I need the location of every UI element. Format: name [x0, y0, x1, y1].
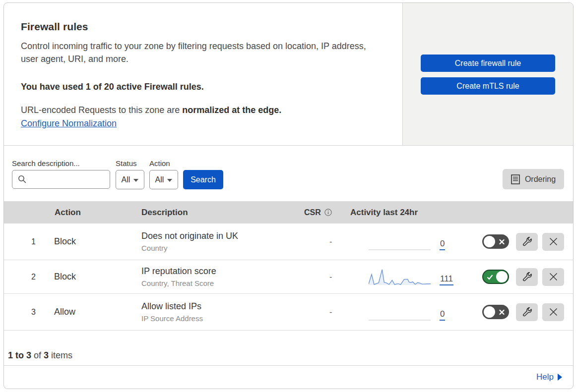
rule-description-title: Allow listed IPs: [141, 301, 304, 312]
table-body: 1BlockDoes not originate in UKCountry-02…: [4, 224, 573, 331]
normalization-note-bold: normalized at the edge.: [182, 105, 281, 115]
activity-sparkline-empty: [369, 227, 431, 250]
rule-csr: -: [304, 273, 350, 281]
sparkline-wrap: [369, 263, 431, 285]
ordering-button-label: Ordering: [525, 175, 556, 184]
delete-rule-button[interactable]: [542, 268, 564, 286]
rule-action: Block: [36, 272, 92, 282]
header-activity: Activity last 24hr: [350, 208, 471, 218]
search-button[interactable]: Search: [183, 170, 223, 189]
chevron-down-icon: [167, 179, 172, 182]
wrench-icon: [522, 307, 532, 317]
normalization-note: URL-encoded Requests to this zone are no…: [21, 105, 384, 115]
items-count-suffix: items: [49, 350, 72, 360]
activity-sparkline: [369, 263, 431, 285]
rule-activity: 0: [350, 298, 471, 321]
configure-normalization-link[interactable]: Configure Normalization: [21, 118, 117, 128]
ordering-list-icon: [511, 174, 520, 184]
close-icon: [549, 308, 558, 316]
header-csr-label: CSR: [304, 208, 321, 217]
rule-disabled-toggle[interactable]: [482, 305, 509, 319]
items-count-range: 1 to 3: [8, 350, 31, 360]
rule-description: Allow listed IPsIP Source Address: [92, 301, 304, 323]
header-action: Action: [36, 208, 92, 218]
edit-rule-button[interactable]: [516, 233, 538, 251]
rule-activity: 111: [350, 263, 471, 285]
header-csr: CSR: [304, 208, 350, 217]
table-header-row: Action Description CSR Activity last 24h…: [4, 201, 573, 224]
ordering-button[interactable]: Ordering: [503, 169, 564, 189]
activity-count-link[interactable]: 0: [440, 239, 445, 250]
search-box: [12, 170, 110, 189]
filter-bar: Search description... Status All Action …: [4, 146, 573, 201]
info-icon[interactable]: [324, 209, 332, 216]
rule-priority: 3: [4, 308, 36, 317]
wrench-icon: [522, 237, 532, 247]
delete-rule-button[interactable]: [542, 233, 564, 251]
items-count-total: 3: [44, 350, 49, 360]
rule-description-title: IP reputation score: [141, 266, 304, 277]
rule-row: 2BlockIP reputation scoreCountry, Threat…: [4, 260, 573, 294]
page-description: Control incoming traffic to your zone by…: [21, 40, 374, 65]
rule-action: Block: [36, 236, 92, 247]
items-count: 1 to 3 of 3 items: [4, 331, 573, 365]
status-dropdown[interactable]: All: [116, 170, 144, 189]
action-label: Action: [149, 159, 178, 167]
rule-description: Does not originate in UKCountry: [92, 231, 304, 253]
header-description: Description: [92, 208, 304, 218]
search-label: Search description...: [12, 159, 110, 167]
rule-csr: -: [304, 308, 350, 317]
toggle-knob: [484, 236, 495, 247]
action-field: Action All: [149, 159, 178, 189]
activity-sparkline-empty: [369, 298, 431, 321]
rules-table: Action Description CSR Activity last 24h…: [4, 201, 573, 331]
x-icon: [499, 238, 505, 245]
toggle-knob: [484, 306, 495, 318]
rule-description: IP reputation scoreCountry, Threat Score: [92, 266, 304, 288]
create-firewall-rule-button[interactable]: Create firewall rule: [421, 55, 555, 72]
sparkline-wrap: [369, 227, 431, 250]
page-title: Firewall rules: [21, 21, 384, 33]
activity-count-link[interactable]: 111: [440, 275, 453, 285]
edit-rule-button[interactable]: [516, 303, 538, 321]
search-field: Search description...: [12, 159, 110, 189]
sparkline-wrap: [369, 298, 431, 321]
intro-panel: Firewall rules Control incoming traffic …: [4, 3, 403, 145]
action-dropdown[interactable]: All: [149, 170, 178, 189]
rule-csr: -: [304, 237, 350, 246]
rule-priority: 1: [4, 237, 36, 246]
status-field: Status All: [116, 159, 144, 189]
rule-controls: [482, 268, 564, 286]
rule-activity: 0: [350, 227, 471, 250]
status-dropdown-value: All: [122, 175, 130, 184]
top-section: Firewall rules Control incoming traffic …: [4, 3, 573, 146]
x-icon: [499, 309, 505, 315]
rule-controls: [482, 303, 564, 321]
activity-count-link[interactable]: 0: [440, 310, 445, 321]
rule-description-subtitle: IP Source Address: [141, 314, 304, 323]
actions-panel: Create firewall rule Create mTLS rule: [403, 3, 573, 145]
rule-enabled-toggle[interactable]: [482, 270, 509, 284]
chevron-down-icon: [133, 179, 138, 182]
create-mtls-rule-button[interactable]: Create mTLS rule: [421, 77, 555, 95]
status-label: Status: [116, 159, 144, 167]
rule-description-subtitle: Country, Threat Score: [141, 279, 304, 288]
edit-rule-button[interactable]: [516, 268, 538, 286]
rule-row: 3AllowAllow listed IPsIP Source Address-…: [4, 294, 573, 331]
help-row: Help: [4, 365, 573, 389]
search-input[interactable]: [12, 170, 110, 189]
action-dropdown-value: All: [155, 175, 164, 184]
firewall-rules-card: Firewall rules Control incoming traffic …: [3, 2, 574, 389]
help-link[interactable]: Help: [536, 372, 562, 382]
rule-disabled-toggle[interactable]: [482, 234, 509, 249]
rule-action: Allow: [36, 307, 92, 317]
search-button-wrap: Search: [183, 159, 223, 189]
rule-priority: 2: [4, 273, 36, 281]
items-count-middle: of: [31, 350, 44, 360]
wrench-icon: [522, 272, 532, 282]
rule-description-title: Does not originate in UK: [141, 231, 304, 241]
rule-row: 1BlockDoes not originate in UKCountry-0: [4, 224, 573, 260]
delete-rule-button[interactable]: [542, 303, 564, 321]
rule-description-subtitle: Country: [141, 243, 304, 253]
check-icon: [487, 274, 493, 280]
